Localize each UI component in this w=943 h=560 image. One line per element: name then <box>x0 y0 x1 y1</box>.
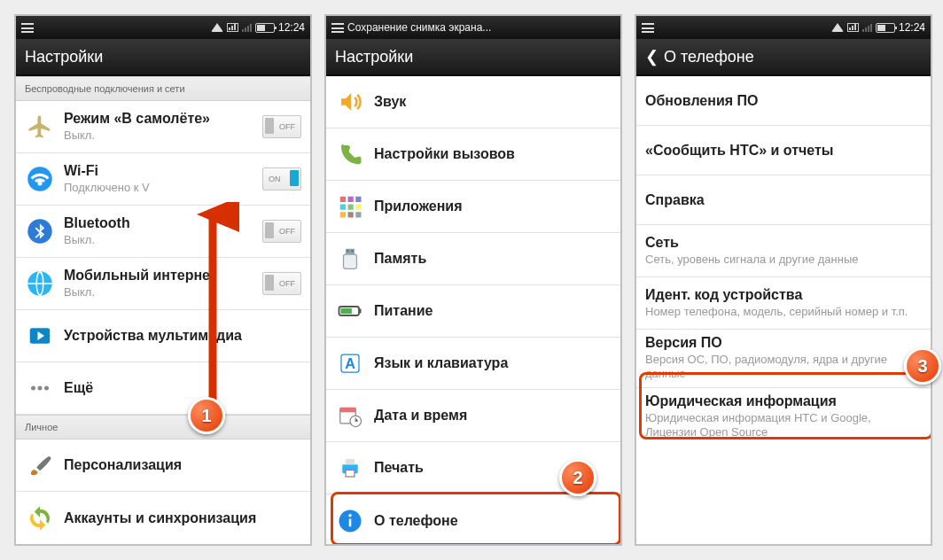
row-label: Wi-Fi <box>64 163 257 179</box>
row-wifi[interactable]: Wi-Fi Подключено к V ON <box>16 153 310 206</box>
section-header-wireless: Беспроводные подключения и сети <box>16 76 310 101</box>
row-label: Справка <box>645 192 922 208</box>
row-multimedia-devices[interactable]: Устройства мультимедиа <box>16 310 310 362</box>
play-box-icon <box>25 321 55 351</box>
status-time: 12:24 <box>278 21 305 34</box>
row-subtext: Номер телефона, модель, серийный номер и… <box>645 305 922 319</box>
toggle-airplane[interactable]: OFF <box>262 115 301 138</box>
wifi-icon <box>831 23 844 32</box>
svg-rect-13 <box>355 205 361 210</box>
status-time: 12:24 <box>899 21 925 34</box>
row-software-version[interactable]: Версия ПО Версия ОС, ПО, радиомодуля, яд… <box>636 330 931 388</box>
row-label: Дата и время <box>374 408 612 424</box>
svg-rect-15 <box>348 212 354 217</box>
row-network[interactable]: Сеть Сеть, уровень сигнала и другие данн… <box>636 225 931 277</box>
row-mobile-data[interactable]: Мобильный интернет Выкл. OFF <box>16 258 310 310</box>
svg-point-4 <box>31 386 35 391</box>
printer-icon <box>335 453 365 483</box>
svg-rect-12 <box>348 205 354 210</box>
row-tell-htc[interactable]: «Сообщить HTC» и отчеты <box>636 126 931 175</box>
svg-rect-33 <box>349 518 352 526</box>
row-more[interactable]: Ещё <box>16 362 310 415</box>
svg-rect-31 <box>346 471 355 478</box>
row-label: Персонализация <box>64 457 301 473</box>
phone-screenshot-3: 12:24 ❮ О телефоне Обновления ПО «Сообщи… <box>635 14 932 546</box>
row-label: Ещё <box>64 380 301 396</box>
usb-drive-icon <box>335 244 365 274</box>
toggle-mobile-data[interactable]: OFF <box>262 272 301 295</box>
svg-rect-8 <box>340 197 346 202</box>
toggle-wifi[interactable]: ON <box>262 167 301 191</box>
svg-rect-11 <box>340 205 346 210</box>
section-header-personal: Личное <box>16 415 310 439</box>
action-bar: Настройки <box>16 39 310 76</box>
row-subtext: Выкл. <box>64 285 257 299</box>
wifi-icon <box>25 164 55 194</box>
row-bluetooth[interactable]: Bluetooth Выкл. OFF <box>16 206 310 258</box>
row-power[interactable]: Питание <box>326 285 620 338</box>
notifications-icon <box>642 23 654 33</box>
row-software-updates[interactable]: Обновления ПО <box>636 76 931 126</box>
row-subtext: Подключено к V <box>64 181 257 195</box>
bluetooth-icon <box>25 216 55 246</box>
status-bar: Сохранение снимка экрана... <box>326 16 620 39</box>
info-icon <box>335 506 365 536</box>
row-date-time[interactable]: Дата и время <box>326 390 620 442</box>
row-label: Настройки вызовов <box>374 146 612 162</box>
row-device-identity[interactable]: Идент. код устройства Номер телефона, мо… <box>636 277 931 330</box>
row-storage[interactable]: Память <box>326 233 620 285</box>
row-label: Идент. код устройства <box>645 287 922 303</box>
row-label: Аккаунты и синхронизация <box>64 510 301 526</box>
annotation-badge-2: 2 <box>559 459 596 496</box>
action-bar[interactable]: ❮ О телефоне <box>636 39 931 76</box>
row-subtext: Выкл. <box>64 233 257 247</box>
row-help[interactable]: Справка <box>636 175 931 225</box>
row-apps[interactable]: Приложения <box>326 181 620 233</box>
row-label: Bluetooth <box>64 215 257 231</box>
signal-icon <box>242 24 252 32</box>
svg-rect-22 <box>359 309 362 314</box>
apps-grid-icon <box>335 191 365 222</box>
status-saving-text: Сохранение снимка экрана... <box>347 21 491 34</box>
battery-icon <box>255 23 275 33</box>
row-subtext: Версия ОС, ПО, радиомодуля, ядра и други… <box>645 353 922 382</box>
svg-rect-19 <box>347 250 349 253</box>
phone-screenshot-2: Сохранение снимка экрана... Настройки Зв… <box>324 14 622 546</box>
row-language-keyboard[interactable]: A Язык и клавиатура <box>326 338 620 390</box>
sim-icon <box>227 23 238 32</box>
back-chevron-icon[interactable]: ❮ <box>645 47 659 66</box>
row-personalization[interactable]: Персонализация <box>16 439 310 492</box>
svg-rect-20 <box>351 250 354 253</box>
battery-icon <box>335 296 365 326</box>
svg-rect-30 <box>346 459 355 464</box>
row-label: Обновления ПО <box>645 93 922 109</box>
svg-rect-18 <box>344 254 357 268</box>
row-label: Устройства мультимедиа <box>64 328 301 344</box>
annotation-badge-1: 1 <box>188 397 225 434</box>
brush-icon <box>25 450 55 480</box>
page-title: Настройки <box>25 48 103 66</box>
svg-point-34 <box>348 514 352 517</box>
row-airplane-mode[interactable]: Режим «В самолёте» Выкл. OFF <box>16 101 310 153</box>
wifi-icon <box>211 23 223 32</box>
row-label: Сеть <box>645 235 922 251</box>
row-call-settings[interactable]: Настройки вызовов <box>326 128 620 181</box>
row-about-phone[interactable]: О телефоне <box>326 494 620 546</box>
row-sound[interactable]: Звук <box>326 76 620 128</box>
sync-icon <box>25 503 55 533</box>
row-subtext: Выкл. <box>64 128 257 143</box>
row-subtext: Сеть, уровень сигнала и другие данные <box>645 253 922 267</box>
svg-text:A: A <box>345 355 355 371</box>
row-label: Память <box>374 251 612 267</box>
svg-rect-23 <box>340 308 352 314</box>
status-bar: 12:24 <box>16 16 310 39</box>
row-label: О телефоне <box>374 513 612 529</box>
action-bar: Настройки <box>326 39 620 76</box>
page-title: Настройки <box>335 48 413 66</box>
toggle-bluetooth[interactable]: OFF <box>262 220 301 243</box>
sound-icon <box>335 87 365 117</box>
row-label: Звук <box>374 94 612 110</box>
row-legal-info[interactable]: Юридическая информация Юридическая инфор… <box>636 388 931 446</box>
row-accounts-sync[interactable]: Аккаунты и синхронизация <box>16 492 310 544</box>
svg-rect-10 <box>355 197 361 202</box>
